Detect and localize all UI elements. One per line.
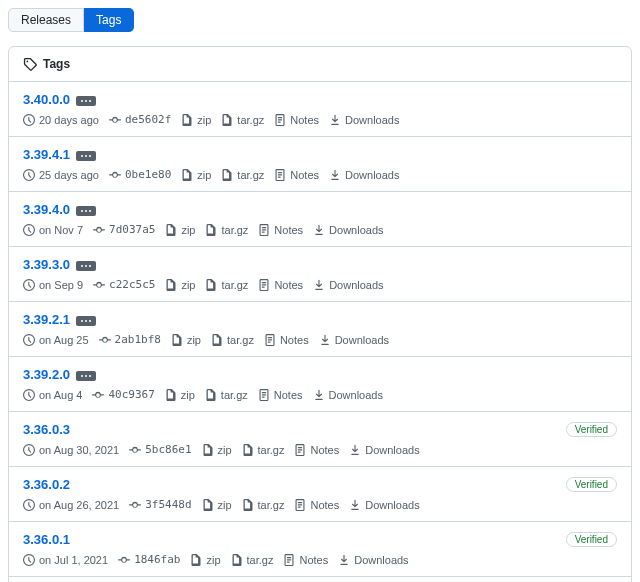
tag-commit-link[interactable]: 1846fab [118,553,180,566]
notes-link[interactable]: Notes [274,169,319,181]
downloads-link[interactable]: Downloads [319,334,389,346]
ellipsis-toggle[interactable] [76,96,96,106]
tag-date-label: on Nov 7 [39,224,83,236]
downloads-link[interactable]: Downloads [313,279,383,291]
tag-name-link[interactable]: 3.39.3.0 [23,257,70,272]
download-icon [313,224,325,236]
download-zip-link-label: zip [181,224,195,236]
tag-date-label: on Aug 4 [39,389,82,401]
tag-date-label: on Aug 30, 2021 [39,444,119,456]
download-zip-link[interactable]: zip [190,554,220,566]
download-targz-link[interactable]: tar.gz [221,169,264,181]
tag-title-line: 3.36.0.2 [23,477,617,492]
notes-link[interactable]: Notes [274,114,319,126]
tag-meta: 25 days ago0be1e80ziptar.gzNotesDownload… [23,168,617,181]
tag-meta: on Aug 252ab1bf8ziptar.gzNotesDownloads [23,333,617,346]
tag-name-link[interactable]: 3.39.2.1 [23,312,70,327]
tag-date-label: on Sep 9 [39,279,83,291]
zip-icon [211,334,223,346]
tag-meta: on Aug 440c9367ziptar.gzNotesDownloads [23,388,617,401]
notes-link-label: Notes [310,444,339,456]
tag-commit-link[interactable]: 0be1e80 [109,168,171,181]
download-zip-link[interactable]: zip [202,499,232,511]
download-targz-link-label: tar.gz [221,389,248,401]
downloads-link[interactable]: Downloads [329,169,399,181]
tag-name-link[interactable]: 3.39.4.1 [23,147,70,162]
notes-link[interactable]: Notes [258,279,303,291]
tab-tags[interactable]: Tags [84,8,134,32]
tab-releases[interactable]: Releases [8,8,84,32]
tag-name-link[interactable]: 3.39.2.0 [23,367,70,382]
tag-row: 3.39.4.0on Nov 77d037a5ziptar.gzNotesDow… [9,192,631,247]
notes-link[interactable]: Notes [258,224,303,236]
download-zip-link[interactable]: zip [181,169,211,181]
download-targz-link[interactable]: tar.gz [242,444,285,456]
tag-name-link[interactable]: 3.36.0.3 [23,422,70,437]
tag-name-link[interactable]: 3.36.0.2 [23,477,70,492]
download-targz-link[interactable]: tar.gz [231,554,274,566]
tag-commit-link[interactable]: c22c5c5 [93,278,155,291]
download-targz-link-label: tar.gz [237,169,264,181]
tag-commit-link[interactable]: 7d037a5 [93,223,155,236]
tag-name-link[interactable]: 3.36.0.1 [23,532,70,547]
zip-icon [205,279,217,291]
tag-commit-link[interactable]: de5602f [109,113,171,126]
download-zip-link[interactable]: zip [171,334,201,346]
ellipsis-toggle[interactable] [76,371,96,381]
tag-name-link[interactable]: 3.39.4.0 [23,202,70,217]
tag-meta: on Sep 9c22c5c5ziptar.gzNotesDownloads [23,278,617,291]
verified-badge[interactable]: Verified [566,532,617,547]
notes-link[interactable]: Notes [294,444,339,456]
zip-icon [165,224,177,236]
downloads-link-label: Downloads [335,334,389,346]
download-targz-link-label: tar.gz [258,499,285,511]
tag-name-link[interactable]: 3.40.0.0 [23,92,70,107]
notes-link[interactable]: Notes [264,334,309,346]
verified-badge[interactable]: Verified [566,477,617,492]
downloads-link[interactable]: Downloads [313,389,383,401]
downloads-link-label: Downloads [329,224,383,236]
tag-commit-link[interactable]: 5bc86e1 [129,443,191,456]
ellipsis-toggle[interactable] [76,316,96,326]
zip-icon [181,169,193,181]
download-zip-link[interactable]: zip [165,224,195,236]
download-zip-link-label: zip [181,279,195,291]
tag-title-line: 3.36.0.3 [23,422,617,437]
downloads-link[interactable]: Downloads [338,554,408,566]
download-zip-link[interactable]: zip [165,279,195,291]
download-targz-link[interactable]: tar.gz [242,499,285,511]
download-targz-link[interactable]: tar.gz [211,334,254,346]
tag-title-line: 3.39.4.1 [23,147,617,162]
downloads-link[interactable]: Downloads [349,444,419,456]
clock-icon [23,114,35,126]
notes-link[interactable]: Notes [283,554,328,566]
ellipsis-toggle[interactable] [76,261,96,271]
download-targz-link[interactable]: tar.gz [205,279,248,291]
ellipsis-toggle[interactable] [76,151,96,161]
commit-icon [109,169,121,181]
download-targz-link[interactable]: tar.gz [205,389,248,401]
downloads-link[interactable]: Downloads [349,499,419,511]
downloads-link[interactable]: Downloads [313,224,383,236]
notes-link[interactable]: Notes [258,389,303,401]
note-icon [264,334,276,346]
notes-link-label: Notes [290,169,319,181]
download-zip-link[interactable]: zip [165,389,195,401]
tag-commit-link[interactable]: 40c9367 [92,388,154,401]
verified-badge[interactable]: Verified [566,422,617,437]
tag-commit-link[interactable]: 2ab1bf8 [99,333,161,346]
downloads-link[interactable]: Downloads [329,114,399,126]
commit-icon [93,224,105,236]
tag-commit-link-label: 0be1e80 [125,168,171,181]
note-icon [258,279,270,291]
commit-icon [118,554,130,566]
ellipsis-toggle[interactable] [76,206,96,216]
download-zip-link[interactable]: zip [181,114,211,126]
download-zip-link[interactable]: zip [202,444,232,456]
download-targz-link[interactable]: tar.gz [205,224,248,236]
notes-link[interactable]: Notes [294,499,339,511]
zip-icon [165,279,177,291]
tag-row: 3.36.0.2on Aug 26, 20213f5448dziptar.gzN… [9,467,631,522]
tag-commit-link[interactable]: 3f5448d [129,498,191,511]
download-targz-link[interactable]: tar.gz [221,114,264,126]
